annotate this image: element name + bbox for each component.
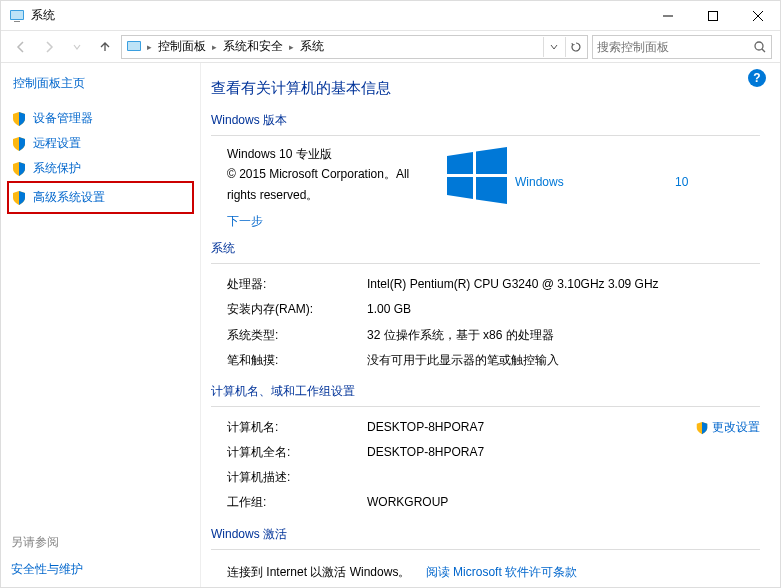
sidebar-item-system-protection[interactable]: 系统保护 [11,156,190,181]
edition-name: Windows 10 专业版 [227,144,427,164]
activation-text: 连接到 Internet 以激活 Windows。 [227,565,410,579]
type-value: 32 位操作系统，基于 x86 的处理器 [367,326,760,345]
window-title: 系统 [31,7,645,24]
control-panel-home-link[interactable]: 控制面板主页 [11,75,190,92]
computer-name-value: DESKTOP-8HPORA7 [367,418,695,437]
full-name-label: 计算机全名: [227,443,367,462]
svg-rect-8 [128,42,140,50]
up-button[interactable] [93,35,117,59]
computer-name-label: 计算机名: [227,418,367,437]
system-icon [126,39,142,55]
svg-line-10 [762,49,765,52]
divider [211,406,760,407]
see-also-title: 另请参阅 [11,534,190,551]
section-name-title: 计算机名、域和工作组设置 [211,383,760,400]
sidebar-item-label: 高级系统设置 [33,189,105,206]
close-button[interactable] [735,1,780,30]
sidebar-item-advanced-settings[interactable]: 高级系统设置 [11,185,190,210]
shield-icon [11,136,27,152]
breadcrumb-item[interactable]: 系统和安全 [220,38,286,55]
description-value [367,468,760,487]
license-terms-link[interactable]: 阅读 Microsoft 软件许可条款 [426,565,577,579]
sidebar-item-remote-settings[interactable]: 远程设置 [11,131,190,156]
section-activation-title: Windows 激活 [211,526,760,543]
breadcrumb-item[interactable]: 系统 [297,38,327,55]
breadcrumb-item[interactable]: 控制面板 [155,38,209,55]
chevron-right-icon[interactable]: ▸ [288,42,295,52]
maximize-button[interactable] [690,1,735,30]
svg-text:10: 10 [675,175,689,189]
refresh-button[interactable] [565,37,585,57]
sidebar-item-label: 设备管理器 [33,110,93,127]
system-icon [9,8,25,24]
divider [211,549,760,550]
search-input[interactable] [597,40,753,54]
breadcrumb[interactable]: ▸ 控制面板 ▸ 系统和安全 ▸ 系统 [121,35,588,59]
section-edition-title: Windows 版本 [211,112,760,129]
description-label: 计算机描述: [227,468,367,487]
divider [211,135,760,136]
see-also-link[interactable]: 安全性与维护 [11,557,190,582]
pen-label: 笔和触摸: [227,351,367,370]
type-label: 系统类型: [227,326,367,345]
svg-rect-4 [708,11,717,20]
forward-button[interactable] [37,35,61,59]
back-button[interactable] [9,35,33,59]
ram-label: 安装内存(RAM): [227,300,367,319]
change-settings-label: 更改设置 [712,418,760,437]
svg-point-9 [755,42,763,50]
search-icon[interactable] [753,40,767,54]
svg-rect-2 [14,21,20,22]
section-system-title: 系统 [211,240,760,257]
chevron-right-icon[interactable]: ▸ [146,42,153,52]
cpu-label: 处理器: [227,275,367,294]
shield-icon [695,421,709,435]
ram-value: 1.00 GB [367,300,760,319]
highlighted-box: 高级系统设置 [7,181,194,214]
search-box[interactable] [592,35,772,59]
breadcrumb-dropdown[interactable] [543,37,563,57]
divider [211,263,760,264]
sidebar-item-device-manager[interactable]: 设备管理器 [11,106,190,131]
see-also-label: 安全性与维护 [11,561,83,578]
help-button[interactable]: ? [748,69,766,87]
cpu-value: Intel(R) Pentium(R) CPU G3240 @ 3.10GHz … [367,275,760,294]
workgroup-value: WORKGROUP [367,493,760,512]
shield-icon [11,190,27,206]
svg-text:Windows: Windows [515,175,564,189]
sidebar-item-label: 系统保护 [33,160,81,177]
page-heading: 查看有关计算机的基本信息 [211,79,760,98]
sidebar-item-label: 远程设置 [33,135,81,152]
shield-icon [11,111,27,127]
edition-copyright: © 2015 Microsoft Corporation。All rights … [227,164,427,205]
svg-rect-1 [11,11,23,19]
full-name-value: DESKTOP-8HPORA7 [367,443,760,462]
windows10-logo: Windows 10 [447,144,760,205]
recent-dropdown[interactable] [65,35,89,59]
shield-icon [11,161,27,177]
chevron-right-icon[interactable]: ▸ [211,42,218,52]
next-step-link[interactable]: 下一步 [227,213,760,230]
pen-value: 没有可用于此显示器的笔或触控输入 [367,351,760,370]
change-settings-link[interactable]: 更改设置 [695,418,760,437]
workgroup-label: 工作组: [227,493,367,512]
minimize-button[interactable] [645,1,690,30]
